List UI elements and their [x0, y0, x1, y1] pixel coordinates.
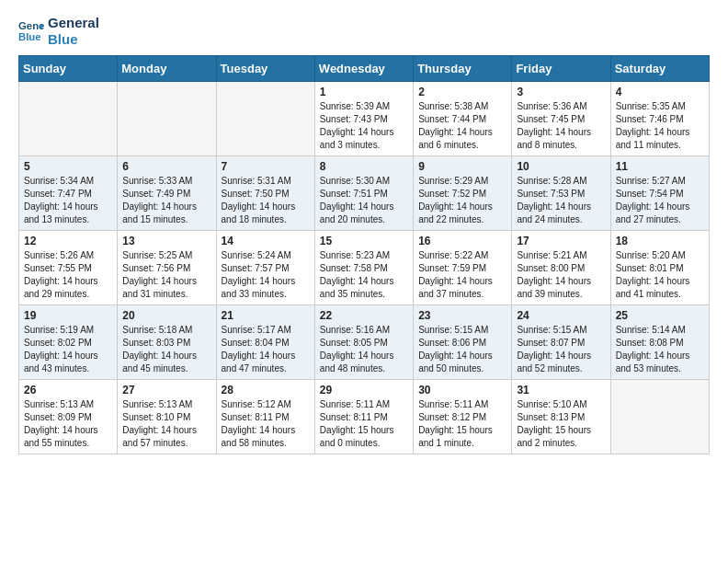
day-info: Sunrise: 5:21 AMSunset: 8:00 PMDaylight:… — [517, 249, 605, 301]
calendar-cell: 1Sunrise: 5:39 AMSunset: 7:43 PMDaylight… — [314, 82, 413, 156]
day-number: 11 — [616, 160, 704, 173]
day-number: 30 — [418, 384, 506, 396]
day-info: Sunrise: 5:35 AMSunset: 7:46 PMDaylight:… — [616, 100, 704, 152]
day-number: 23 — [418, 309, 506, 322]
day-number: 1 — [320, 86, 408, 98]
day-info: Sunrise: 5:15 AMSunset: 8:06 PMDaylight:… — [418, 324, 506, 375]
day-info: Sunrise: 5:11 AMSunset: 8:11 PMDaylight:… — [320, 398, 408, 450]
day-info: Sunrise: 5:27 AMSunset: 7:54 PMDaylight:… — [616, 175, 704, 226]
day-info: Sunrise: 5:36 AMSunset: 7:45 PMDaylight:… — [517, 100, 605, 152]
calendar-cell: 16Sunrise: 5:22 AMSunset: 7:59 PMDayligh… — [414, 231, 512, 305]
day-info: Sunrise: 5:31 AMSunset: 7:50 PMDaylight:… — [222, 175, 310, 226]
calendar-cell: 24Sunrise: 5:15 AMSunset: 8:07 PMDayligh… — [512, 305, 610, 380]
calendar-cell: 2Sunrise: 5:38 AMSunset: 7:44 PMDaylight… — [414, 82, 512, 156]
calendar-cell: 8Sunrise: 5:30 AMSunset: 7:51 PMDaylight… — [314, 156, 413, 231]
calendar-week-2: 5Sunrise: 5:34 AMSunset: 7:47 PMDaylight… — [19, 156, 710, 231]
day-info: Sunrise: 5:11 AMSunset: 8:12 PMDaylight:… — [418, 398, 506, 450]
calendar-cell: 5Sunrise: 5:34 AMSunset: 7:47 PMDaylight… — [19, 156, 118, 231]
day-number: 26 — [24, 384, 112, 396]
calendar-cell: 9Sunrise: 5:29 AMSunset: 7:52 PMDaylight… — [414, 156, 512, 231]
logo-icon: General Blue — [18, 18, 44, 44]
calendar-cell: 7Sunrise: 5:31 AMSunset: 7:50 PMDaylight… — [216, 156, 314, 231]
day-number: 19 — [24, 309, 112, 322]
header-thursday: Thursday — [414, 56, 512, 82]
day-info: Sunrise: 5:38 AMSunset: 7:44 PMDaylight:… — [418, 100, 506, 152]
day-number: 9 — [418, 160, 506, 173]
header-friday: Friday — [512, 56, 610, 82]
calendar-cell: 11Sunrise: 5:27 AMSunset: 7:54 PMDayligh… — [610, 156, 709, 231]
day-number: 18 — [616, 235, 704, 247]
day-info: Sunrise: 5:28 AMSunset: 7:53 PMDaylight:… — [517, 175, 605, 226]
day-info: Sunrise: 5:13 AMSunset: 8:09 PMDaylight:… — [24, 398, 112, 450]
calendar-cell: 10Sunrise: 5:28 AMSunset: 7:53 PMDayligh… — [512, 156, 610, 231]
day-number: 8 — [320, 160, 408, 173]
day-number: 21 — [222, 309, 310, 322]
day-number: 10 — [517, 160, 605, 173]
day-number: 24 — [517, 309, 605, 322]
day-info: Sunrise: 5:16 AMSunset: 8:05 PMDaylight:… — [320, 324, 408, 375]
calendar-cell: 13Sunrise: 5:25 AMSunset: 7:56 PMDayligh… — [118, 231, 216, 305]
day-info: Sunrise: 5:23 AMSunset: 7:58 PMDaylight:… — [320, 249, 408, 301]
day-info: Sunrise: 5:26 AMSunset: 7:55 PMDaylight:… — [24, 249, 112, 301]
day-number: 2 — [418, 86, 506, 98]
day-info: Sunrise: 5:10 AMSunset: 8:13 PMDaylight:… — [517, 398, 605, 450]
calendar-cell: 21Sunrise: 5:17 AMSunset: 8:04 PMDayligh… — [216, 305, 314, 380]
calendar-cell: 26Sunrise: 5:13 AMSunset: 8:09 PMDayligh… — [19, 380, 118, 454]
calendar-cell: 20Sunrise: 5:18 AMSunset: 8:03 PMDayligh… — [118, 305, 216, 380]
calendar-week-3: 12Sunrise: 5:26 AMSunset: 7:55 PMDayligh… — [19, 231, 710, 305]
calendar-cell: 3Sunrise: 5:36 AMSunset: 7:45 PMDaylight… — [512, 82, 610, 156]
calendar-week-1: 1Sunrise: 5:39 AMSunset: 7:43 PMDaylight… — [19, 82, 710, 156]
logo-text-line1: General — [48, 15, 99, 31]
day-info: Sunrise: 5:34 AMSunset: 7:47 PMDaylight:… — [24, 175, 112, 226]
calendar-cell: 22Sunrise: 5:16 AMSunset: 8:05 PMDayligh… — [314, 305, 413, 380]
day-number: 25 — [616, 309, 704, 322]
day-info: Sunrise: 5:33 AMSunset: 7:49 PMDaylight:… — [122, 175, 210, 226]
day-number: 7 — [222, 160, 310, 173]
logo-text-line2: Blue — [48, 31, 99, 48]
calendar-cell: 25Sunrise: 5:14 AMSunset: 8:08 PMDayligh… — [610, 305, 709, 380]
calendar-cell — [118, 82, 216, 156]
day-number: 31 — [517, 384, 605, 396]
calendar-header-row: SundayMondayTuesdayWednesdayThursdayFrid… — [19, 56, 710, 82]
header: General Blue General Blue — [18, 15, 710, 48]
calendar-week-5: 26Sunrise: 5:13 AMSunset: 8:09 PMDayligh… — [19, 380, 710, 454]
calendar-cell: 4Sunrise: 5:35 AMSunset: 7:46 PMDaylight… — [610, 82, 709, 156]
calendar-cell: 15Sunrise: 5:23 AMSunset: 7:58 PMDayligh… — [314, 231, 413, 305]
calendar-cell: 27Sunrise: 5:13 AMSunset: 8:10 PMDayligh… — [118, 380, 216, 454]
day-number: 15 — [320, 235, 408, 247]
header-tuesday: Tuesday — [216, 56, 314, 82]
day-info: Sunrise: 5:13 AMSunset: 8:10 PMDaylight:… — [122, 398, 210, 450]
day-info: Sunrise: 5:15 AMSunset: 8:07 PMDaylight:… — [517, 324, 605, 375]
logo: General Blue General Blue — [18, 15, 99, 48]
day-info: Sunrise: 5:17 AMSunset: 8:04 PMDaylight:… — [222, 324, 310, 375]
day-info: Sunrise: 5:19 AMSunset: 8:02 PMDaylight:… — [24, 324, 112, 375]
day-number: 6 — [122, 160, 210, 173]
day-number: 13 — [122, 235, 210, 247]
day-number: 5 — [24, 160, 112, 173]
day-info: Sunrise: 5:12 AMSunset: 8:11 PMDaylight:… — [222, 398, 310, 450]
calendar-cell: 30Sunrise: 5:11 AMSunset: 8:12 PMDayligh… — [414, 380, 512, 454]
day-number: 27 — [122, 384, 210, 396]
calendar-cell — [19, 82, 118, 156]
day-info: Sunrise: 5:24 AMSunset: 7:57 PMDaylight:… — [222, 249, 310, 301]
svg-text:Blue: Blue — [18, 31, 41, 42]
day-number: 29 — [320, 384, 408, 396]
calendar-cell — [610, 380, 709, 454]
day-info: Sunrise: 5:39 AMSunset: 7:43 PMDaylight:… — [320, 100, 408, 152]
calendar-table: SundayMondayTuesdayWednesdayThursdayFrid… — [18, 55, 710, 454]
day-number: 28 — [222, 384, 310, 396]
day-number: 20 — [122, 309, 210, 322]
day-number: 16 — [418, 235, 506, 247]
header-saturday: Saturday — [610, 56, 709, 82]
calendar-cell: 29Sunrise: 5:11 AMSunset: 8:11 PMDayligh… — [314, 380, 413, 454]
calendar-cell: 18Sunrise: 5:20 AMSunset: 8:01 PMDayligh… — [610, 231, 709, 305]
header-wednesday: Wednesday — [314, 56, 413, 82]
calendar-week-4: 19Sunrise: 5:19 AMSunset: 8:02 PMDayligh… — [19, 305, 710, 380]
day-number: 3 — [517, 86, 605, 98]
calendar-cell — [216, 82, 314, 156]
day-info: Sunrise: 5:20 AMSunset: 8:01 PMDaylight:… — [616, 249, 704, 301]
calendar-cell: 17Sunrise: 5:21 AMSunset: 8:00 PMDayligh… — [512, 231, 610, 305]
calendar-cell: 12Sunrise: 5:26 AMSunset: 7:55 PMDayligh… — [19, 231, 118, 305]
day-info: Sunrise: 5:22 AMSunset: 7:59 PMDaylight:… — [418, 249, 506, 301]
calendar-cell: 31Sunrise: 5:10 AMSunset: 8:13 PMDayligh… — [512, 380, 610, 454]
